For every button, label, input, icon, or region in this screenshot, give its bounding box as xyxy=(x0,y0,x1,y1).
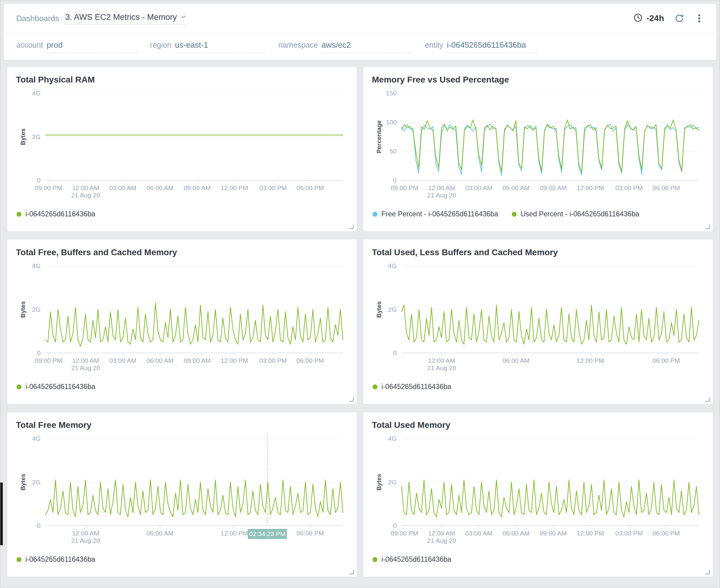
legend-item[interactable]: i-0645265d6116436ba xyxy=(373,383,452,391)
chart-grid: Total Physical RAM 02G4G09:00 PM12:00 AM… xyxy=(0,60,720,584)
resize-handle[interactable] xyxy=(705,225,709,229)
legend-dot xyxy=(373,212,377,217)
filter-namespace: namespace aws/ec2 xyxy=(278,40,413,53)
svg-text:06:00 AM: 06:00 AM xyxy=(146,184,174,191)
time-range-label: -24h xyxy=(646,14,664,23)
chart-panel-free-buffers-cached: Total Free, Buffers and Cached Memory 02… xyxy=(7,239,357,404)
svg-text:21 Aug 20: 21 Aug 20 xyxy=(427,537,456,544)
legend-item[interactable]: Free Percent - i-0645265d6116436ba xyxy=(373,210,498,218)
svg-text:2G: 2G xyxy=(388,479,397,486)
filter-label: namespace xyxy=(278,41,318,49)
chart-title: Total Free Memory xyxy=(16,420,357,430)
svg-text:09:00 AM: 09:00 AM xyxy=(540,184,566,191)
svg-text:12:00 PM: 12:00 PM xyxy=(221,357,248,364)
chart-panel-total-used-memory: Total Used Memory 02G4G09:00 PM12:00 AM2… xyxy=(363,412,713,577)
svg-text:12:00 PM: 12:00 PM xyxy=(577,530,604,537)
legend-dot xyxy=(512,212,517,217)
svg-text:Bytes: Bytes xyxy=(20,474,26,490)
chart-title: Total Used Memory xyxy=(372,420,713,430)
chart-legend: i-0645265d6116436ba xyxy=(373,383,713,391)
chart-canvas[interactable]: 02G4G12:00 AM21 Aug 2006:00 AM12:00 PM06… xyxy=(363,259,713,376)
chart-title: Total Physical RAM xyxy=(16,75,357,85)
svg-text:0: 0 xyxy=(393,177,397,184)
chart-panel-memory-free-vs-used: Memory Free vs Used Percentage 050100150… xyxy=(363,67,713,232)
chart-legend: i-0645265d6116436ba xyxy=(17,210,357,218)
chart-canvas[interactable]: 05010015009:00 PM12:00 AM21 Aug 2003:00 … xyxy=(363,86,713,203)
svg-text:06:00 AM: 06:00 AM xyxy=(146,530,174,537)
chart-title: Memory Free vs Used Percentage xyxy=(372,75,713,85)
filter-label: account xyxy=(16,41,43,49)
svg-text:03:00 AM: 03:00 AM xyxy=(109,184,136,191)
svg-text:4G: 4G xyxy=(388,435,397,442)
svg-text:06:00 PM: 06:00 PM xyxy=(296,357,324,364)
svg-text:09:00 PM: 09:00 PM xyxy=(35,357,62,364)
svg-text:12:00 PM: 12:00 PM xyxy=(577,184,604,191)
legend-item[interactable]: i-0645265d6116436ba xyxy=(17,210,96,218)
svg-text:2G: 2G xyxy=(32,479,41,486)
dashboard-selector[interactable]: 3. AWS EC2 Metrics - Memory xyxy=(65,13,186,24)
chart-canvas[interactable]: 02G4G09:00 PM12:00 AM21 Aug 2003:00 AM06… xyxy=(7,86,357,203)
svg-text:12:00 AM: 12:00 AM xyxy=(428,357,455,364)
resize-handle[interactable] xyxy=(705,570,709,574)
svg-text:09:00 PM: 09:00 PM xyxy=(35,184,62,191)
chart-title: Total Free, Buffers and Cached Memory xyxy=(16,248,357,257)
top-header: Dashboards 3. AWS EC2 Metrics - Memory -… xyxy=(4,4,716,33)
dashboard-page: Dashboards 3. AWS EC2 Metrics - Memory -… xyxy=(0,0,720,588)
time-range-button[interactable]: -24h xyxy=(634,13,664,23)
svg-text:06:00 PM: 06:00 PM xyxy=(653,530,680,537)
legend-item[interactable]: i-0645265d6116436ba xyxy=(17,383,96,391)
svg-text:06:00 PM: 06:00 PM xyxy=(296,184,324,191)
filter-value-input[interactable]: aws/ec2 xyxy=(321,40,413,53)
legend-label: Used Percent - i-0645265d6116436ba xyxy=(521,210,639,218)
svg-text:2G: 2G xyxy=(32,306,41,313)
more-menu-button[interactable] xyxy=(695,13,704,23)
svg-text:12:00 AM: 12:00 AM xyxy=(72,530,99,537)
svg-text:12:00 AM: 12:00 AM xyxy=(428,184,455,191)
svg-text:Bytes: Bytes xyxy=(20,301,26,317)
legend-item[interactable]: i-0645265d6116436ba xyxy=(17,555,96,564)
svg-text:09:00 AM: 09:00 AM xyxy=(183,184,211,191)
svg-text:2G: 2G xyxy=(388,306,397,313)
chart-canvas[interactable]: 02G4G09:00 PM12:00 AM21 Aug 2003:00 AM06… xyxy=(363,432,713,549)
resize-handle[interactable] xyxy=(349,570,354,574)
svg-text:03:00 PM: 03:00 PM xyxy=(259,357,287,364)
legend-dot xyxy=(373,557,377,562)
chart-legend: Free Percent - i-0645265d6116436baUsed P… xyxy=(373,210,713,218)
svg-text:21 Aug 20: 21 Aug 20 xyxy=(427,192,456,198)
svg-text:12:00 AM: 12:00 AM xyxy=(428,530,455,537)
filter-value-input[interactable]: prod xyxy=(47,40,139,53)
breadcrumb[interactable]: Dashboards xyxy=(16,14,59,23)
filter-entity: entity i-0645265d6116436ba xyxy=(425,40,539,53)
svg-text:12:00 AM: 12:00 AM xyxy=(72,184,99,191)
kebab-menu-icon xyxy=(695,13,704,23)
resize-handle[interactable] xyxy=(349,397,354,402)
legend-item[interactable]: i-0645265d6116436ba xyxy=(373,555,452,564)
filter-value-input[interactable]: i-0645265d6116436ba xyxy=(447,40,539,53)
legend-label: i-0645265d6116436ba xyxy=(381,383,452,391)
chart-panel-total-free-memory: Total Free Memory 02G4G12:00 AM21 Aug 20… xyxy=(7,412,357,577)
svg-text:Percentage: Percentage xyxy=(376,121,382,153)
svg-text:09:00 PM: 09:00 PM xyxy=(391,184,418,191)
svg-text:0: 0 xyxy=(37,349,41,356)
left-scrollbar[interactable] xyxy=(0,483,3,545)
svg-text:0: 0 xyxy=(37,177,41,184)
svg-text:06:00 PM: 06:00 PM xyxy=(653,184,680,191)
refresh-button[interactable] xyxy=(675,14,684,23)
svg-text:Bytes: Bytes xyxy=(376,301,382,317)
resize-handle[interactable] xyxy=(705,397,709,402)
legend-dot xyxy=(17,384,21,390)
svg-text:2G: 2G xyxy=(32,133,41,140)
svg-text:100: 100 xyxy=(386,119,397,126)
legend-label: i-0645265d6116436ba xyxy=(25,383,96,391)
svg-text:09:00 PM: 09:00 PM xyxy=(391,530,418,537)
chart-canvas[interactable]: 02G4G09:00 PM12:00 AM21 Aug 2003:00 AM06… xyxy=(7,259,357,376)
svg-text:03:00 AM: 03:00 AM xyxy=(465,530,492,537)
svg-text:03:00 PM: 03:00 PM xyxy=(615,184,643,191)
resize-handle[interactable] xyxy=(349,225,354,229)
svg-text:21 Aug 20: 21 Aug 20 xyxy=(71,192,100,198)
legend-item[interactable]: Used Percent - i-0645265d6116436ba xyxy=(512,210,639,218)
filter-value-input[interactable]: us-east-1 xyxy=(175,40,267,53)
legend-dot xyxy=(373,384,377,390)
svg-text:4G: 4G xyxy=(32,262,41,269)
chart-canvas[interactable]: 02G4G12:00 AM21 Aug 2006:00 AM12:00 PM06… xyxy=(7,432,357,549)
